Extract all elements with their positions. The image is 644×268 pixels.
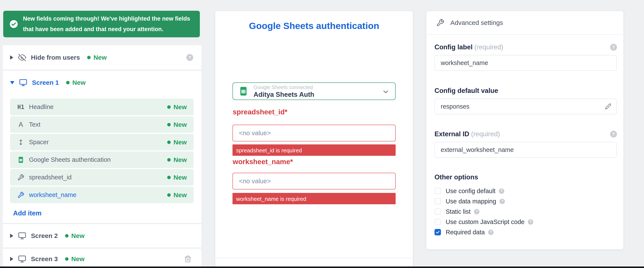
- divider: [215, 258, 413, 258]
- sidebar-item-screen3[interactable]: Screen 3 New: [3, 248, 201, 268]
- chevron-down-icon[interactable]: [10, 81, 14, 84]
- list-item-text[interactable]: A Text New: [10, 116, 194, 133]
- error-message-worksheet-name: worksheet_name is required: [232, 193, 396, 204]
- monitor-icon: [19, 78, 27, 87]
- trash-icon[interactable]: [184, 255, 192, 263]
- config-label-heading: Config label (required) ?: [434, 43, 617, 51]
- monitor-icon: [18, 232, 26, 240]
- new-badge: New: [66, 79, 86, 86]
- screen-label: Screen 1: [32, 79, 59, 86]
- worksheet-name-input[interactable]: [232, 173, 396, 190]
- required-note: (required): [474, 43, 503, 51]
- new-badge: New: [65, 255, 84, 263]
- advanced-settings-panel: Advanced settings Config label (required…: [426, 11, 624, 249]
- sidebar-item-screen1[interactable]: Screen 1 New: [3, 70, 201, 95]
- checkbox-use-custom-javascript[interactable]: Use custom JavaScript code ?: [434, 217, 617, 227]
- required-note: (required): [471, 130, 500, 138]
- other-options-list: Use config default ? Use data mapping ? …: [434, 186, 617, 237]
- external-id-input[interactable]: [434, 142, 617, 158]
- new-fields-banner: New fields coming through! We've highlig…: [3, 11, 200, 37]
- checkbox-use-data-mapping[interactable]: Use data mapping ?: [434, 196, 617, 206]
- wrench-icon: [16, 192, 25, 198]
- chevron-right-icon[interactable]: [10, 257, 13, 261]
- help-icon[interactable]: ?: [610, 131, 617, 138]
- advanced-settings-title: Advanced settings: [450, 19, 503, 26]
- new-badge: New: [167, 156, 187, 164]
- monitor-icon: [18, 255, 26, 263]
- form-preview-panel: Google Sheets authentication Google Shee…: [215, 11, 413, 268]
- config-default-input[interactable]: [434, 98, 617, 114]
- bottom-edge-bar: [0, 266, 644, 268]
- new-dot-icon: [167, 176, 171, 179]
- help-icon[interactable]: ?: [610, 44, 617, 51]
- google-sheets-icon: [238, 86, 248, 96]
- checkbox-checked-icon[interactable]: [434, 229, 441, 236]
- other-options-title: Other options: [434, 173, 478, 181]
- help-icon[interactable]: ?: [500, 199, 505, 204]
- new-dot-icon: [167, 140, 171, 144]
- chevron-down-icon[interactable]: [382, 88, 390, 96]
- other-options-heading: Other options: [434, 173, 617, 181]
- config-default-heading: Config default value: [434, 87, 617, 95]
- external-id-title: External ID: [434, 130, 469, 138]
- config-label-title: Config label: [434, 43, 472, 51]
- checkbox-static-list[interactable]: Static list ?: [434, 206, 617, 217]
- eye-off-icon: [18, 54, 26, 62]
- help-icon[interactable]: ?: [499, 188, 504, 194]
- new-badge: New: [167, 174, 187, 181]
- spacer-icon: [16, 139, 25, 146]
- google-sheets-icon: [16, 156, 25, 163]
- checkbox-icon[interactable]: [434, 208, 441, 215]
- new-dot-icon: [167, 193, 171, 197]
- new-dot-icon: [65, 234, 68, 238]
- config-label-input[interactable]: [434, 55, 617, 71]
- sidebar: Hide from users New ? Screen 1 New H1: [3, 45, 201, 268]
- spreadsheet-id-input[interactable]: [232, 125, 396, 142]
- check-circle-icon: [9, 20, 18, 28]
- text-icon: A: [16, 121, 25, 128]
- screen-label: Screen 2: [31, 232, 58, 240]
- chevron-right-icon[interactable]: [10, 55, 13, 60]
- list-item-spreadsheet-id[interactable]: spreadsheet_id New: [10, 169, 194, 186]
- checkbox-icon[interactable]: [434, 219, 441, 225]
- new-badge: New: [167, 138, 187, 146]
- field-label-spreadsheet-id: spreadsheet_id*: [233, 108, 288, 116]
- new-dot-icon: [66, 81, 70, 84]
- checkbox-icon[interactable]: [434, 188, 441, 194]
- connection-status: Google Sheets connected: [254, 84, 314, 90]
- google-sheets-connection-select[interactable]: Google Sheets connected Aditya Sheets Au…: [232, 82, 396, 100]
- sidebar-section-hide-from-users[interactable]: Hide from users New ?: [3, 45, 201, 70]
- help-icon[interactable]: ?: [528, 219, 533, 225]
- list-item-worksheet-name[interactable]: worksheet_name New: [10, 187, 194, 203]
- new-badge: New: [65, 232, 84, 240]
- page-title: Google Sheets authentication: [215, 20, 413, 31]
- add-item-button[interactable]: Add item: [13, 210, 42, 217]
- help-icon[interactable]: ?: [186, 54, 193, 61]
- screen1-items: H1 Headline New A Text New: [3, 95, 201, 203]
- new-badge: New: [167, 192, 187, 199]
- list-item-headline[interactable]: H1 Headline New: [10, 99, 194, 115]
- new-badge: New: [87, 54, 107, 61]
- chevron-right-icon[interactable]: [10, 234, 13, 238]
- external-id-heading: External ID (required) ?: [434, 130, 617, 138]
- new-dot-icon: [65, 257, 68, 261]
- checkbox-icon[interactable]: [434, 198, 441, 204]
- new-dot-icon: [167, 158, 171, 162]
- edit-pencil-icon[interactable]: [605, 103, 611, 110]
- screen-label: Screen 3: [31, 255, 58, 263]
- advanced-settings-header: Advanced settings: [426, 11, 624, 35]
- sidebar-item-screen2[interactable]: Screen 2 New: [3, 224, 201, 248]
- field-label-worksheet-name: worksheet_name*: [233, 158, 293, 166]
- help-icon[interactable]: ?: [474, 209, 479, 214]
- checkbox-use-config-default[interactable]: Use config default ?: [434, 186, 617, 196]
- wrench-icon: [16, 174, 25, 181]
- h1-icon: H1: [16, 104, 25, 110]
- list-item-google-sheets-auth[interactable]: Google Sheets authentication New: [10, 152, 194, 168]
- new-badge: New: [167, 104, 187, 111]
- help-icon[interactable]: ?: [488, 230, 494, 235]
- list-item-spacer[interactable]: Spacer New: [10, 134, 194, 150]
- section-label: Hide from users: [31, 54, 80, 61]
- error-message-spreadsheet-id: spreadsheet_id is required: [232, 144, 396, 156]
- config-default-title: Config default value: [434, 87, 498, 95]
- checkbox-required-data[interactable]: Required data ?: [434, 227, 617, 237]
